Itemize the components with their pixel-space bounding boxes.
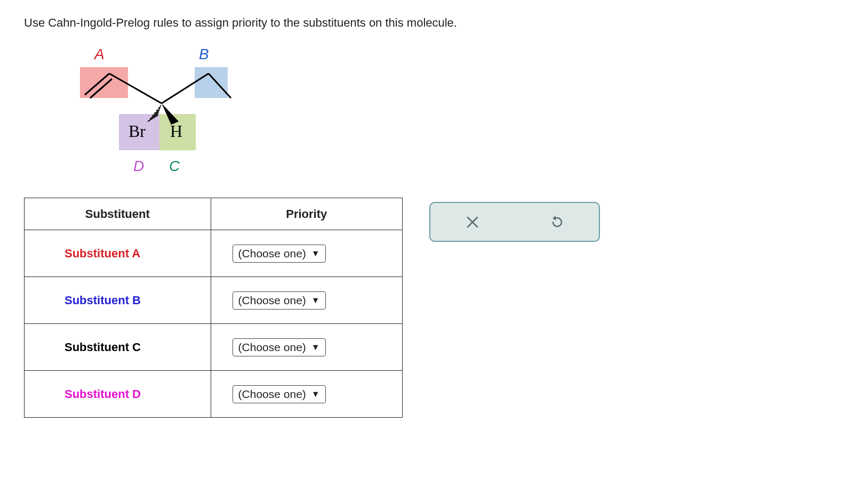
table-row: Substituent D (Choose one) ▼ bbox=[25, 371, 403, 418]
priority-dropdown-a[interactable]: (Choose one) ▼ bbox=[233, 245, 326, 263]
close-icon bbox=[466, 215, 479, 229]
priority-dropdown-c[interactable]: (Choose one) ▼ bbox=[233, 338, 326, 356]
tool-panel bbox=[429, 202, 600, 242]
row-label-a: Substituent A bbox=[25, 230, 211, 277]
svg-line-3 bbox=[162, 74, 209, 103]
molecule-diagram: A B Br H D C bbox=[67, 46, 237, 179]
chevron-down-icon: ▼ bbox=[311, 389, 320, 399]
row-label-b: Substituent B bbox=[25, 277, 211, 324]
priority-dropdown-d[interactable]: (Choose one) ▼ bbox=[233, 385, 326, 403]
clear-button[interactable] bbox=[462, 212, 483, 233]
svg-line-6 bbox=[158, 107, 161, 108]
question-prompt: Use Cahn-Ingold-Prelog rules to assign p… bbox=[24, 16, 841, 30]
undo-icon bbox=[549, 215, 564, 230]
chevron-down-icon: ▼ bbox=[311, 296, 320, 305]
atom-br: Br bbox=[129, 121, 146, 141]
dropdown-text: (Choose one) bbox=[238, 247, 306, 260]
label-d: D bbox=[133, 158, 144, 175]
row-label-d: Substituent D bbox=[25, 371, 211, 418]
priority-dropdown-b[interactable]: (Choose one) ▼ bbox=[233, 291, 326, 310]
label-a: A bbox=[94, 46, 105, 63]
priority-table: Substituent Priority Substituent A (Choo… bbox=[24, 198, 403, 418]
row-label-c: Substituent C bbox=[25, 324, 211, 371]
label-b: B bbox=[199, 46, 209, 63]
atom-h: H bbox=[170, 121, 182, 141]
header-substituent: Substituent bbox=[25, 198, 211, 230]
dropdown-text: (Choose one) bbox=[238, 388, 306, 401]
molecule-bonds bbox=[67, 46, 237, 179]
dropdown-text: (Choose one) bbox=[238, 294, 306, 307]
table-row: Substituent A (Choose one) ▼ bbox=[25, 230, 403, 277]
label-c: C bbox=[169, 158, 180, 175]
svg-line-4 bbox=[209, 74, 231, 98]
header-priority: Priority bbox=[211, 198, 402, 230]
dropdown-text: (Choose one) bbox=[238, 341, 306, 354]
chevron-down-icon: ▼ bbox=[311, 249, 320, 258]
svg-line-2 bbox=[109, 74, 162, 103]
table-row: Substituent B (Choose one) ▼ bbox=[25, 277, 403, 324]
svg-line-5 bbox=[160, 105, 161, 106]
chevron-down-icon: ▼ bbox=[311, 343, 320, 352]
reset-button[interactable] bbox=[546, 212, 567, 233]
table-row: Substituent C (Choose one) ▼ bbox=[25, 324, 403, 371]
svg-marker-15 bbox=[552, 216, 556, 221]
